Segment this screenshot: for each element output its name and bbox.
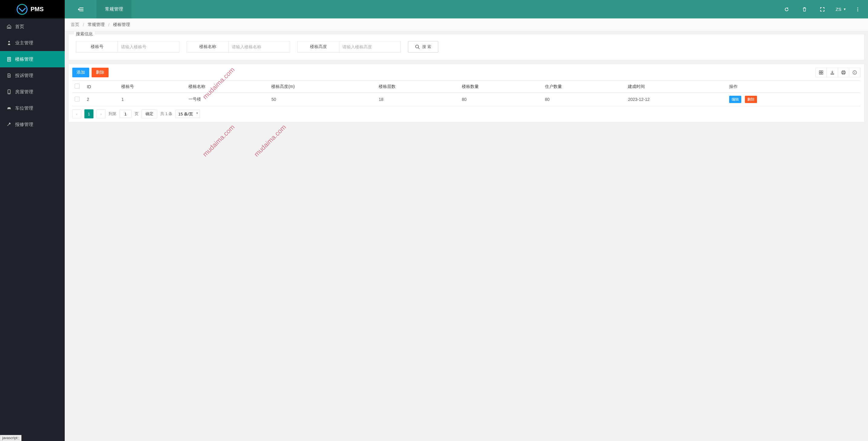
wrench-icon (7, 122, 11, 127)
cell-built: 2023-12-12 (625, 93, 726, 106)
watermark: mudaima.com (201, 123, 236, 158)
crumb-home[interactable]: 首页 (69, 22, 81, 28)
goto-label: 到第 (108, 111, 117, 116)
page-number[interactable]: 1 (84, 109, 93, 118)
sidebar: PMS 首页 业主管理 楼栋管理 (0, 0, 65, 441)
svg-point-10 (10, 109, 10, 109)
cell-floors: 18 (376, 93, 459, 106)
prev-page-button[interactable]: ‹ (72, 109, 81, 118)
sidebar-item-label: 楼栋管理 (15, 57, 33, 62)
svg-rect-22 (822, 73, 823, 74)
sidebar-item-label: 投诉管理 (15, 73, 33, 78)
info-icon[interactable] (849, 68, 861, 77)
app-name: PMS (31, 6, 43, 13)
user-menu[interactable]: ZS ▼ (836, 7, 846, 12)
building-name-input[interactable] (228, 41, 290, 53)
file-icon (7, 73, 11, 78)
svg-rect-20 (822, 71, 823, 72)
search-panel: 搜索信息 楼栋号 楼栋名称 楼栋高度 (68, 34, 864, 60)
sidebar-item-label: 首页 (15, 24, 24, 30)
th-households: 住户数量 (542, 81, 626, 93)
sidebar-item-label: 房屋管理 (15, 89, 33, 95)
logo-area: PMS (0, 0, 65, 19)
th-built: 建成时间 (625, 81, 726, 93)
sidebar-item-owner[interactable]: 业主管理 (0, 35, 65, 51)
field-label: 楼栋号 (76, 41, 118, 53)
row-edit-button[interactable]: 编辑 (729, 96, 741, 103)
tab-current[interactable]: 常规管理 (96, 0, 131, 19)
svg-point-14 (858, 7, 858, 8)
search-button-label: 搜 索 (422, 44, 431, 49)
home-icon (7, 24, 11, 29)
svg-rect-21 (819, 73, 821, 74)
next-page-button[interactable]: › (96, 109, 105, 118)
data-table: ID 楼栋号 楼栋名称 楼栋高度(m) 楼栋层数 楼栋数量 住户数量 建成时间 … (72, 80, 861, 106)
columns-icon[interactable] (815, 68, 827, 77)
export-icon[interactable] (827, 68, 838, 77)
svg-point-8 (9, 93, 9, 93)
topbar: 常规管理 ZS ▼ (65, 0, 868, 19)
user-icon (7, 40, 11, 45)
sidebar-item-label: 车位管理 (15, 105, 33, 111)
building-icon (7, 57, 11, 62)
cell-id: 2 (84, 93, 119, 106)
row-checkbox[interactable] (75, 97, 80, 101)
field-building-height: 楼栋高度 (297, 41, 401, 53)
svg-point-16 (858, 10, 858, 11)
delete-button[interactable]: 删除 (92, 68, 108, 77)
sidebar-item-complaint[interactable]: 投诉管理 (0, 67, 65, 84)
svg-point-15 (858, 9, 858, 10)
th-id: ID (84, 81, 119, 93)
watermark: mudaima.com (252, 123, 288, 158)
tab-label: 常规管理 (105, 6, 123, 12)
trash-icon[interactable] (800, 4, 809, 14)
th-count: 楼栋数量 (459, 81, 542, 93)
fullscreen-icon[interactable] (817, 4, 827, 14)
th-name: 楼栋名称 (186, 81, 269, 93)
th-actions: 操作 (727, 81, 861, 93)
page-confirm-button[interactable]: 确定 (142, 109, 157, 118)
svg-point-9 (8, 109, 8, 109)
search-legend: 搜索信息 (74, 31, 95, 37)
cell-households: 80 (542, 93, 626, 106)
breadcrumb: 首页 / 常规管理 / 楼栋管理 (65, 19, 868, 31)
sidebar-item-home[interactable]: 首页 (0, 19, 65, 35)
more-icon[interactable] (855, 4, 861, 14)
add-button[interactable]: 添加 (72, 68, 89, 77)
search-icon (415, 44, 420, 49)
table-card: 添加 删除 (68, 64, 864, 122)
total-label: 共 1 条 (160, 111, 173, 116)
th-floors: 楼栋层数 (376, 81, 459, 93)
menu-toggle[interactable] (65, 0, 96, 19)
refresh-icon[interactable] (782, 4, 792, 14)
row-delete-button[interactable]: 删除 (745, 96, 757, 103)
print-icon[interactable] (838, 68, 849, 77)
sidebar-item-repair[interactable]: 报修管理 (0, 116, 65, 133)
select-all-checkbox[interactable] (75, 84, 80, 89)
page-input[interactable] (120, 110, 131, 118)
field-building-num: 楼栋号 (76, 41, 179, 53)
field-label: 楼栋名称 (187, 41, 228, 53)
nav: 首页 业主管理 楼栋管理 投诉管理 (0, 19, 65, 441)
user-name: ZS (836, 7, 841, 12)
sidebar-item-parking[interactable]: 车位管理 (0, 100, 65, 116)
perpage-select[interactable]: 15 条/页 (176, 110, 200, 118)
table-row: 2 1 一号楼 50 18 80 80 2023-12-12 编辑 删除 (72, 93, 861, 106)
chevron-down-icon: ▼ (843, 7, 846, 11)
sidebar-item-label: 报修管理 (15, 122, 33, 128)
sidebar-item-house[interactable]: 房屋管理 (0, 84, 65, 100)
crumb-section[interactable]: 常规管理 (87, 22, 106, 28)
cell-num: 1 (119, 93, 186, 106)
search-button[interactable]: 搜 索 (408, 41, 438, 53)
svg-point-0 (8, 41, 10, 43)
sidebar-item-building[interactable]: 楼栋管理 (0, 51, 65, 67)
svg-point-17 (415, 45, 418, 48)
cell-name: 一号楼 (186, 93, 269, 106)
building-height-input[interactable] (339, 41, 401, 53)
page-unit: 页 (134, 111, 138, 116)
svg-rect-19 (819, 71, 821, 72)
svg-line-18 (418, 48, 420, 49)
car-icon (7, 106, 11, 110)
building-num-input[interactable] (118, 41, 179, 53)
phone-icon (7, 90, 11, 94)
